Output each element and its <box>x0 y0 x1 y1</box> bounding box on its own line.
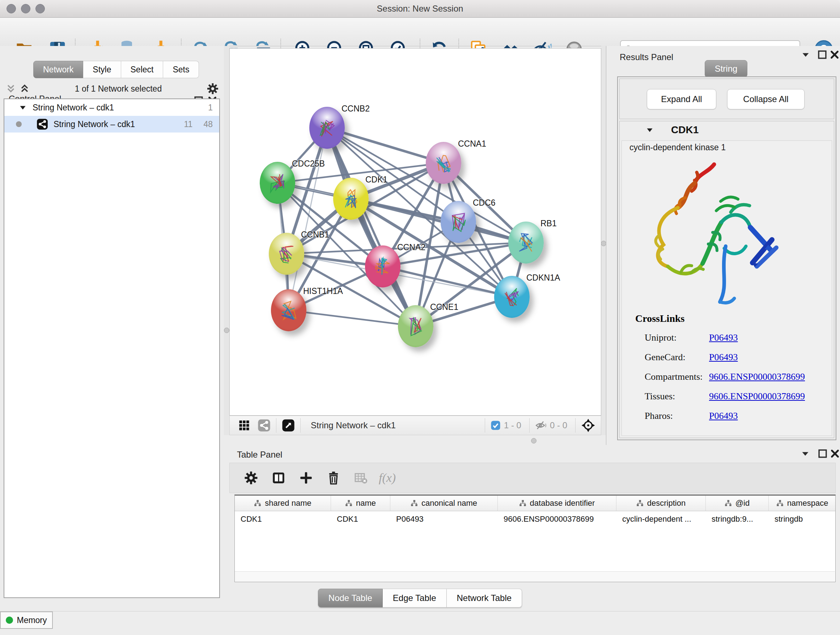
network-view-share-icon[interactable] <box>257 418 271 432</box>
protein-thumbnail <box>373 255 392 279</box>
results-panel-title: Results Panel <box>620 52 673 62</box>
network-node-ccna1[interactable] <box>426 142 461 184</box>
network-node-ccna2[interactable] <box>365 245 401 287</box>
footer-separator <box>276 418 276 432</box>
results-panel-close-icon[interactable] <box>829 49 840 61</box>
node-table-header: shared namenamecanonical namedatabase id… <box>235 496 835 511</box>
column-header-label: shared name <box>265 499 311 508</box>
delete-table-icon-disabled <box>354 470 368 485</box>
column-header-name[interactable]: name <box>331 496 390 511</box>
node-label-cdk1: CDK1 <box>365 175 387 185</box>
table-panel-collapse-icon[interactable] <box>799 448 812 460</box>
status-bar: Memory <box>0 611 840 635</box>
network-tree-item-row[interactable]: String Network – cdk1 11 48 <box>4 116 219 133</box>
table-horizontal-scrollbar[interactable] <box>235 571 835 582</box>
node-label-cdc6: CDC6 <box>473 198 496 208</box>
tab-sets[interactable]: Sets <box>163 61 199 78</box>
collapse-all-icon[interactable] <box>5 83 17 95</box>
node-table-row[interactable]: CDK1CDK1P064939606.ENSP00000378699cyclin… <box>235 511 835 527</box>
table-cell[interactable]: stringdb <box>769 515 836 524</box>
table-cell[interactable]: CDK1 <box>331 515 390 524</box>
left-splitter-handle[interactable] <box>224 328 229 333</box>
show-columns-icon[interactable] <box>271 470 286 486</box>
crosslink-link[interactable]: P06493 <box>709 352 737 364</box>
tab-edge-table[interactable]: Edge Table <box>383 589 447 608</box>
tab-network-table[interactable]: Network Table <box>447 589 523 608</box>
network-node-count: 11 <box>184 119 193 129</box>
grid-view-icon[interactable] <box>238 419 251 432</box>
network-edge[interactable] <box>327 128 416 326</box>
delete-column-trash-icon[interactable] <box>326 470 341 486</box>
network-edge[interactable] <box>351 199 526 242</box>
network-canvas[interactable]: CCNB2CCNA1CDC25BCDK1CDC6RB1CCNB1CCNA2CDK… <box>229 48 601 416</box>
column-header-databaseidentifier[interactable]: database identifier <box>498 496 616 511</box>
column-header-id[interactable]: @id <box>706 496 769 511</box>
fit-content-crosshair-icon[interactable] <box>581 418 596 433</box>
right-splitter-handle[interactable] <box>601 241 606 246</box>
network-edge[interactable] <box>289 310 416 326</box>
selected-checkbox-icon[interactable] <box>490 420 501 431</box>
table-settings-gear-icon[interactable] <box>243 470 259 486</box>
footer-separator <box>300 418 301 432</box>
network-node-cdc25b[interactable] <box>260 162 295 204</box>
network-edge[interactable] <box>289 128 327 310</box>
table-cell[interactable]: CDK1 <box>235 515 331 524</box>
expand-all-button[interactable]: Expand All <box>647 89 716 109</box>
gene-symbol: CDK1 <box>671 124 699 136</box>
hidden-eye-icon[interactable] <box>535 419 547 432</box>
protein-thumbnail <box>434 152 453 175</box>
results-panel-float-icon[interactable] <box>816 49 829 61</box>
tab-style[interactable]: Style <box>83 61 121 78</box>
memory-button[interactable]: Memory <box>0 611 53 629</box>
crosslink-link[interactable]: 9606.ENSP00000378699 <box>709 371 805 384</box>
tab-network[interactable]: Network <box>33 61 83 78</box>
column-header-canonicalname[interactable]: canonical name <box>390 496 498 511</box>
network-tree-group-row[interactable]: String Network – cdk1 1 <box>4 99 219 116</box>
crosslink-link[interactable]: 9606.ENSP00000378699 <box>709 391 805 403</box>
crosslink-link[interactable]: P06493 <box>709 333 737 345</box>
table-panel-float-icon[interactable] <box>816 448 829 460</box>
network-list-toolbar: 1 of 1 Network selected <box>5 80 219 97</box>
protein-thumbnail <box>449 211 468 234</box>
network-options-gear-icon[interactable] <box>206 82 219 95</box>
network-node-cdkn1a[interactable] <box>494 276 530 318</box>
crosslink-label: GeneCard: <box>645 352 709 364</box>
column-header-description[interactable]: description <box>616 496 706 511</box>
tab-node-table[interactable]: Node Table <box>318 589 383 608</box>
gene-description: cyclin-dependent kinase 1 <box>630 143 726 152</box>
network-node-ccnb1[interactable] <box>269 233 304 275</box>
table-cell[interactable]: P06493 <box>390 515 498 524</box>
column-header-namespace[interactable]: namespace <box>769 496 836 511</box>
column-header-label: @id <box>736 499 750 508</box>
right-splitter[interactable] <box>601 46 606 445</box>
hidden-node-edge-counts: 0 - 0 <box>550 420 567 431</box>
network-node-ccnb2[interactable] <box>309 107 345 149</box>
accordion-expander-icon[interactable] <box>645 125 654 135</box>
column-header-sharedname[interactable]: shared name <box>235 496 331 511</box>
table-cell[interactable]: stringdb:9... <box>706 515 769 524</box>
horizontal-splitter-handle[interactable] <box>531 438 537 443</box>
network-node-cdc6[interactable] <box>441 201 476 243</box>
title-bar: Session: New Session <box>0 0 840 18</box>
table-panel-close-icon[interactable] <box>829 448 840 460</box>
tab-string[interactable]: String <box>705 60 747 78</box>
table-cell[interactable]: 9606.ENSP00000378699 <box>498 515 616 524</box>
left-splitter[interactable] <box>224 46 229 446</box>
crosslink-link[interactable]: P06493 <box>709 410 737 423</box>
network-node-cdk1[interactable] <box>333 178 369 220</box>
column-header-label: name <box>356 499 376 508</box>
table-cell[interactable]: cyclin-dependent ... <box>616 515 706 524</box>
results-panel-collapse-icon[interactable] <box>799 49 812 61</box>
birds-eye-view-icon[interactable] <box>281 418 295 432</box>
gene-accordion-header[interactable]: CDK1 <box>620 121 834 138</box>
network-node-hist1h1a[interactable] <box>271 289 306 331</box>
crosslinks-title: CrossLinks <box>635 313 684 325</box>
main-toolbar: ? <box>0 18 840 46</box>
network-node-rb1[interactable] <box>508 222 544 264</box>
add-column-icon[interactable] <box>298 470 314 486</box>
network-node-ccne1[interactable] <box>398 305 433 347</box>
expand-all-icon[interactable] <box>19 83 30 95</box>
tab-select[interactable]: Select <box>121 61 164 78</box>
collapse-all-button[interactable]: Collapse All <box>727 89 805 109</box>
tree-expander-icon[interactable] <box>18 103 27 112</box>
